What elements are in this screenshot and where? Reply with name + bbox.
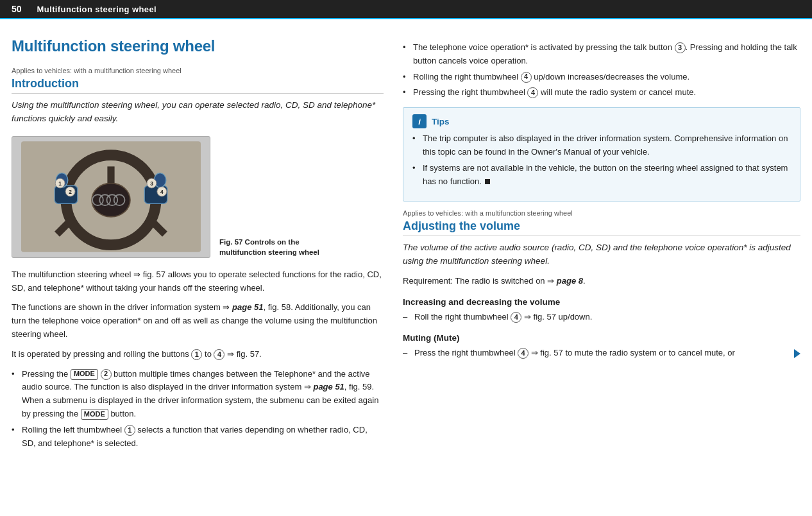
volume-heading: Adjusting the volume — [403, 219, 800, 236]
svg-text:3: 3 — [150, 181, 153, 187]
bullet-list-right: The telephone voice operation* is activa… — [403, 41, 800, 99]
increasing-list: Roll the right thumbwheel 4 ⇒ fig. 57 up… — [403, 311, 800, 324]
badge-4e: 4 — [518, 348, 529, 359]
svg-text:4: 4 — [160, 189, 164, 196]
bullet-item-4: Rolling the right thumbwheel 4 up/down i… — [403, 71, 800, 84]
muting-item: Press the right thumbwheel 4 ⇒ fig. 57 t… — [403, 347, 800, 360]
tips-bullet-list: The trip computer is also displayed in t… — [412, 132, 791, 188]
tips-icon: i — [412, 114, 427, 128]
badge-4: 4 — [214, 349, 224, 360]
badge-4b: 4 — [521, 72, 532, 83]
bullet-item-2: Rolling the left thumbwheel 1 selects a … — [12, 424, 384, 451]
steering-wheel-figure: 1 2 3 4 — [12, 136, 210, 258]
badge-4c: 4 — [527, 87, 538, 98]
mode-badge-1: MODE — [71, 369, 98, 380]
svg-text:2: 2 — [69, 189, 72, 196]
bullet-item-5: Pressing the right thumbwheel 4 will mut… — [403, 86, 800, 99]
left-column: Multifunction steering wheel Applies to … — [12, 37, 384, 456]
volume-italic: The volume of the active audio source (r… — [403, 241, 800, 268]
muting-list: Press the right thumbwheel 4 ⇒ fig. 57 t… — [403, 347, 800, 360]
fig-caption-strong: Fig. 57 Controls on the multifunction st… — [219, 238, 319, 257]
intro-heading: Introduction — [12, 77, 384, 94]
intro-italic-text: Using the multifunction steering wheel, … — [12, 99, 384, 126]
applies-label-volume: Applies to vehicles: with a multifunctio… — [403, 209, 800, 217]
section-end-marker — [485, 179, 490, 184]
increasing-heading: Increasing and decreasing the volume — [403, 297, 800, 307]
tip-1: The trip computer is also displayed in t… — [412, 132, 791, 159]
requirement-para: Requirement: The radio is switched on ⇒ … — [403, 275, 800, 288]
steering-wheel-svg: 1 2 3 4 — [21, 141, 201, 253]
tips-box: i Tips The trip computer is also display… — [403, 107, 800, 202]
badge-3: 3 — [675, 42, 686, 53]
page-title: Multifunction steering wheel — [12, 37, 384, 55]
figure-area: 1 2 3 4 Fig. 57 Controls on the multifun… — [12, 136, 384, 258]
muting-heading: Muting (Mute) — [403, 333, 800, 343]
main-content: Multifunction steering wheel Applies to … — [0, 19, 812, 468]
mode-badge-2: MODE — [81, 409, 108, 420]
bullet-list-left: Pressing the MODE 2 button multiple time… — [12, 368, 384, 451]
volume-section: Applies to vehicles: with a multifunctio… — [403, 209, 800, 359]
header-title: Multifunction steering wheel — [37, 4, 156, 14]
right-column: The telephone voice operation* is activa… — [403, 37, 800, 456]
para2: The functions are shown in the driver in… — [12, 301, 384, 341]
more-arrow-icon — [794, 349, 800, 358]
increasing-item: Roll the right thumbwheel 4 ⇒ fig. 57 up… — [403, 311, 800, 324]
para3: It is operated by pressing and rolling t… — [12, 348, 384, 361]
para1: The multifunction steering wheel ⇒ fig. … — [12, 268, 384, 295]
badge-4d: 4 — [511, 312, 521, 323]
svg-text:1: 1 — [58, 181, 62, 187]
page-number: 50 — [12, 4, 22, 14]
tips-header: i Tips — [412, 114, 791, 128]
badge-2: 2 — [101, 369, 112, 380]
tip-2: If systems are not available in the vehi… — [412, 162, 791, 189]
tips-label: Tips — [432, 117, 450, 126]
bullet-item-3: The telephone voice operation* is activa… — [403, 41, 800, 68]
badge-1b: 1 — [124, 425, 135, 436]
badge-1: 1 — [191, 349, 202, 360]
header-bar: 50 Multifunction steering wheel — [0, 0, 812, 19]
applies-label-intro: Applies to vehicles: with a multifunctio… — [12, 67, 384, 74]
fig-caption: Fig. 57 Controls on the multifunction st… — [219, 237, 322, 258]
bullet-item-1: Pressing the MODE 2 button multiple time… — [12, 368, 384, 421]
